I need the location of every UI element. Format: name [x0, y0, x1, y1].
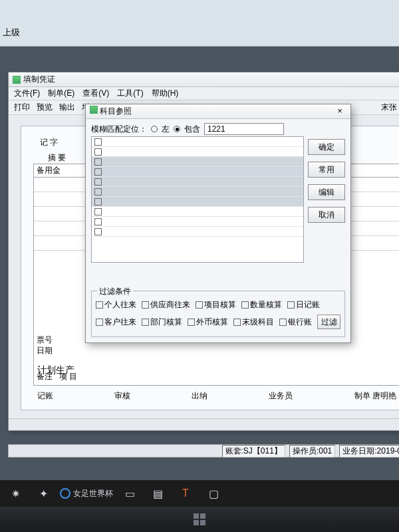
taskbar: ✷ ✦ 女足世界杯 ▭ ▤ T ▢ [0, 480, 399, 507]
list-item[interactable] [92, 187, 303, 197]
status-accountset: 账套:SJ【011】 [222, 445, 285, 458]
label-ticket: 票号 [37, 334, 53, 345]
filter-customer[interactable]: 客户往来 [96, 317, 136, 328]
edit-button[interactable]: 编辑 [308, 184, 345, 200]
list-item[interactable] [92, 147, 303, 157]
ok-button[interactable]: 确定 [308, 139, 345, 155]
dialog-icon [90, 106, 98, 114]
subject-lookup-dialog: 科目参照 × 模糊匹配定位： 左 包含 确定 常用 编辑 取消 过滤条件 个人往… [85, 104, 351, 343]
sig-maker-name: 唐明艳 [372, 391, 396, 400]
windows-logo-icon [194, 513, 205, 525]
laptop-bezel [0, 507, 399, 532]
window-titlebar: 填制凭证 [9, 72, 399, 87]
signature-row: 记账 审核 出纳 业务员 制单 唐明艳 [37, 390, 396, 402]
match-label: 模糊匹配定位： [91, 124, 147, 135]
tool-last[interactable]: 末张 [381, 102, 397, 113]
footer-statusbar: 账套:SJ【011】 操作员:001 业务日期:2019-07-06 [8, 444, 399, 458]
filter-button[interactable]: 过滤 [317, 315, 340, 329]
search-row: 模糊匹配定位： 左 包含 [86, 119, 350, 138]
menu-help[interactable]: 帮助(H) [152, 88, 179, 99]
filter-project[interactable]: 项目核算 [196, 299, 236, 311]
close-icon[interactable]: × [332, 106, 348, 117]
menu-file[interactable]: 文件(F) [14, 88, 40, 99]
taskbar-app-icon[interactable]: ▤ [146, 483, 169, 503]
taskbar-app-icon[interactable]: ✷ [4, 483, 27, 503]
list-item[interactable] [92, 167, 303, 177]
tool-export[interactable]: 输出 [59, 102, 75, 113]
cancel-button[interactable]: 取消 [308, 207, 345, 223]
radio-left-label: 左 [162, 124, 170, 135]
menu-make[interactable]: 制单(E) [48, 88, 74, 99]
breadcrumb-up[interactable]: 上级 [3, 27, 20, 39]
filter-group: 过滤条件 个人往来 供应商往来 项目核算 数量核算 日记账 客户往来 部门核算 … [91, 291, 345, 337]
tool-print[interactable]: 打印 [14, 102, 30, 113]
list-item[interactable] [92, 137, 303, 147]
sig-cashier: 出纳 [192, 390, 207, 402]
filter-quantity[interactable]: 数量核算 [241, 299, 282, 311]
filter-supplier[interactable]: 供应商往来 [142, 299, 190, 311]
list-item[interactable] [92, 217, 303, 227]
filter-personal[interactable]: 个人往来 [96, 299, 136, 311]
filter-journal[interactable]: 日记账 [287, 299, 320, 311]
radio-contains[interactable] [174, 126, 180, 132]
list-item[interactable] [92, 157, 303, 167]
list-item[interactable] [92, 227, 303, 237]
radio-contains-label: 包含 [184, 124, 200, 135]
plan-label: 计划生产 [37, 364, 74, 376]
radio-left[interactable] [151, 126, 158, 132]
tool-preview[interactable]: 预览 [37, 102, 53, 113]
status-operator: 操作员:001 [289, 445, 335, 458]
label-date: 日期 [37, 345, 53, 356]
menubar: 文件(F) 制单(E) 查看(V) 工具(T) 帮助(H) [9, 87, 399, 100]
filter-bank[interactable]: 银行账 [279, 317, 312, 328]
filter-forex[interactable]: 外币核算 [188, 317, 228, 328]
filter-leaf[interactable]: 末级科目 [233, 317, 274, 328]
sig-bookkeeper: 记账 [37, 390, 53, 402]
taskbar-browser-tab[interactable]: 女足世界杯 [60, 488, 113, 499]
dialog-buttons: 确定 常用 编辑 取消 [308, 139, 345, 223]
taskbar-app-icon[interactable]: ▭ [118, 483, 141, 503]
taskbar-app-icon[interactable]: ▢ [202, 483, 225, 503]
menu-view[interactable]: 查看(V) [82, 88, 109, 99]
dialog-titlebar: 科目参照 × [86, 104, 350, 119]
app-statusbar [9, 418, 399, 430]
taskbar-app-icon[interactable]: T [174, 483, 197, 503]
sig-reviewer: 审核 [114, 390, 130, 402]
app-icon [13, 76, 21, 84]
sig-maker: 制单 [354, 391, 370, 400]
browser-chrome: 上级 [0, 0, 399, 47]
edge-icon [60, 488, 70, 499]
taskbar-app-icon[interactable]: ✦ [32, 483, 55, 503]
search-input[interactable] [204, 123, 284, 135]
sig-biz: 业务员 [269, 390, 293, 402]
common-button[interactable]: 常用 [308, 162, 345, 178]
list-item[interactable] [92, 207, 303, 217]
list-item[interactable] [92, 197, 303, 207]
result-list[interactable] [91, 136, 304, 263]
list-item[interactable] [92, 177, 303, 187]
dialog-title: 科目参照 [100, 106, 132, 116]
window-title: 填制凭证 [23, 74, 55, 85]
browser-tab-label: 女足世界杯 [73, 488, 113, 499]
menu-tools[interactable]: 工具(T) [117, 88, 143, 99]
status-bizdate: 业务日期:2019-07-06 [339, 445, 399, 458]
filter-legend: 过滤条件 [97, 286, 133, 297]
filter-department[interactable]: 部门核算 [142, 317, 182, 328]
